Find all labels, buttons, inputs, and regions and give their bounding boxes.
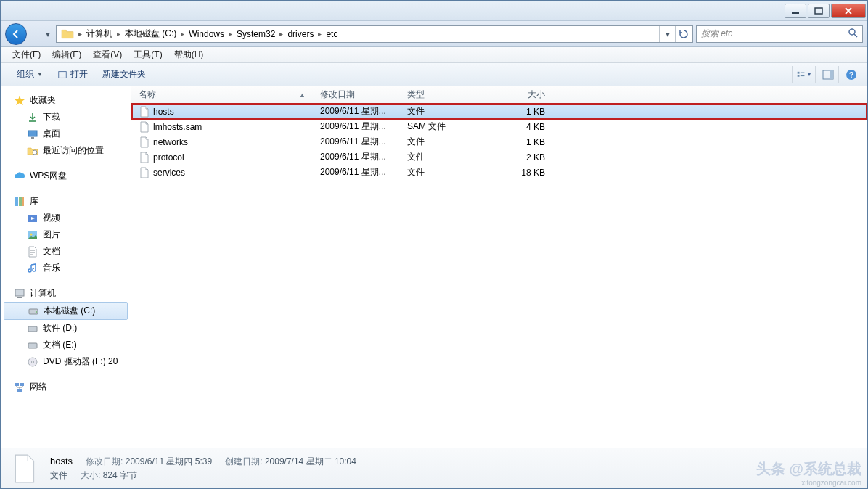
address-bar[interactable]: ▸ 计算机 ▸ 本地磁盘 (C:) ▸ Windows ▸ System32 ▸… xyxy=(56,25,693,43)
address-row: ▾ ▸ 计算机 ▸ 本地磁盘 (C:) ▸ Windows ▸ System32… xyxy=(1,21,867,47)
file-type: 文件 xyxy=(407,166,494,178)
svg-rect-13 xyxy=(31,137,34,139)
menu-view[interactable]: 查看(V) xyxy=(87,49,128,61)
breadcrumb-separator[interactable]: ▸ xyxy=(115,30,122,38)
breadcrumb-item[interactable]: drivers xyxy=(284,29,316,39)
breadcrumb-item[interactable]: 本地磁盘 (C:) xyxy=(122,28,179,40)
menu-file[interactable]: 文件(F) xyxy=(7,49,46,61)
file-icon xyxy=(139,167,150,178)
sidebar-item-downloads[interactable]: 下载 xyxy=(1,109,131,126)
svg-rect-26 xyxy=(28,343,37,348)
breadcrumb-item[interactable]: Windows xyxy=(186,29,227,39)
sidebar-item-pictures[interactable]: 图片 xyxy=(1,226,131,243)
file-icon xyxy=(139,152,150,163)
details-created: 2009/7/14 星期二 10:04 xyxy=(265,456,356,467)
star-icon xyxy=(14,95,25,107)
sidebar-item-recent[interactable]: 最近访问的位置 xyxy=(1,142,131,159)
file-row[interactable]: protocol2009/6/11 星期...文件2 KB xyxy=(131,149,867,165)
breadcrumb-separator[interactable]: ▸ xyxy=(179,30,186,38)
svg-rect-9 xyxy=(830,70,833,79)
open-button[interactable]: 打开 xyxy=(50,63,95,86)
file-name: lmhosts.sam xyxy=(153,122,202,132)
sidebar-item-videos[interactable]: 视频 xyxy=(1,210,131,226)
help-button[interactable]: ? xyxy=(838,66,859,83)
sidebar-computer[interactable]: 计算机 xyxy=(1,285,131,302)
file-row[interactable]: services2009/6/11 星期...文件18 KB xyxy=(131,165,867,180)
sidebar-item-dvd[interactable]: DVD 驱动器 (F:) 20 xyxy=(1,353,131,370)
column-size[interactable]: 大小 xyxy=(494,89,552,101)
file-date: 2009/6/11 星期... xyxy=(320,120,407,133)
view-mode-button[interactable]: ▼ xyxy=(792,66,812,83)
close-button[interactable] xyxy=(831,4,866,18)
sidebar-item-documents[interactable]: 文档 xyxy=(1,243,131,260)
sort-indicator-icon: ▲ xyxy=(299,91,320,99)
sidebar-libraries[interactable]: 库 xyxy=(1,193,131,210)
file-row[interactable]: hosts2009/6/11 星期...文件1 KB xyxy=(131,104,867,119)
details-pane: hosts 修改日期: 2009/6/11 星期四 5:39 创建日期: 200… xyxy=(1,448,867,488)
details-modified: 2009/6/11 星期四 5:39 xyxy=(126,456,212,467)
sidebar-item-music[interactable]: 音乐 xyxy=(1,260,131,276)
sidebar-item-drive-c[interactable]: 本地磁盘 (C:) xyxy=(4,302,128,320)
cloud-icon xyxy=(14,170,25,182)
back-button[interactable] xyxy=(5,23,27,45)
file-row[interactable]: networks2009/6/11 星期...文件1 KB xyxy=(131,134,867,149)
column-name[interactable]: 名称▲ xyxy=(131,89,320,101)
breadcrumb-separator[interactable]: ▸ xyxy=(316,30,323,38)
menu-edit[interactable]: 编辑(E) xyxy=(46,49,87,61)
sidebar-item-desktop[interactable]: 桌面 xyxy=(1,126,131,142)
nav-history-dropdown[interactable]: ▾ xyxy=(43,25,53,43)
sidebar-network[interactable]: 网络 xyxy=(1,379,131,395)
refresh-button[interactable] xyxy=(675,26,691,42)
watermark: 头条 @系统总裁 xitongzongcai.com xyxy=(756,459,861,487)
sidebar-item-drive-d[interactable]: 软件 (D:) xyxy=(1,320,131,337)
svg-rect-6 xyxy=(801,72,805,73)
svg-rect-21 xyxy=(15,289,24,296)
folder-icon xyxy=(61,28,74,41)
file-date: 2009/6/11 星期... xyxy=(320,136,407,148)
file-type: 文件 xyxy=(407,136,494,148)
breadcrumb-separator[interactable]: ▸ xyxy=(227,30,234,38)
video-icon xyxy=(27,213,38,224)
new-folder-button[interactable]: 新建文件夹 xyxy=(95,63,153,86)
breadcrumb-item[interactable]: System32 xyxy=(234,29,278,39)
file-type: SAM 文件 xyxy=(407,120,494,133)
maximize-button[interactable] xyxy=(808,4,830,18)
preview-pane-button[interactable] xyxy=(815,66,835,83)
sidebar-item-drive-e[interactable]: 文档 (E:) xyxy=(1,337,131,353)
sidebar-wps[interactable]: WPS网盘 xyxy=(1,168,131,184)
drive-icon xyxy=(27,323,38,334)
column-type[interactable]: 类型 xyxy=(407,89,494,101)
column-date[interactable]: 修改日期 xyxy=(320,89,407,101)
open-icon xyxy=(57,70,67,80)
file-row[interactable]: lmhosts.sam2009/6/11 星期...SAM 文件4 KB xyxy=(131,119,867,134)
menu-help[interactable]: 帮助(H) xyxy=(168,49,210,61)
file-list-pane: 名称▲ 修改日期 类型 大小 hosts2009/6/11 星期...文件1 K… xyxy=(131,86,867,448)
svg-rect-17 xyxy=(22,197,24,206)
sidebar-favorites[interactable]: 收藏夹 xyxy=(1,92,131,109)
svg-rect-3 xyxy=(59,71,67,78)
file-large-icon xyxy=(9,453,40,484)
music-icon xyxy=(27,263,38,274)
breadcrumb-item[interactable]: 计算机 xyxy=(83,28,115,40)
breadcrumb-item[interactable]: etc xyxy=(323,29,340,39)
main-area: 收藏夹 下载 桌面 最近访问的位置 WPS网盘 库 视频 图片 文档 音乐 计算… xyxy=(1,86,867,448)
menu-tools[interactable]: 工具(T) xyxy=(128,49,168,61)
svg-rect-7 xyxy=(801,75,805,75)
address-dropdown-button[interactable]: ▾ xyxy=(659,26,675,42)
details-type: 文件 xyxy=(50,469,67,482)
toolbar: 组织▼ 打开 新建文件夹 ▼ ? xyxy=(1,63,867,86)
file-name: hosts xyxy=(153,107,174,117)
file-icon xyxy=(139,121,150,133)
breadcrumb-separator[interactable]: ▸ xyxy=(77,30,83,38)
search-input[interactable]: 搜索 etc xyxy=(696,25,863,43)
breadcrumb-separator[interactable]: ▸ xyxy=(278,30,284,38)
minimize-button[interactable] xyxy=(785,4,806,18)
svg-rect-4 xyxy=(798,71,800,73)
file-list: hosts2009/6/11 星期...文件1 KBlmhosts.sam200… xyxy=(131,104,867,448)
drive-icon xyxy=(27,340,38,351)
file-name: protocol xyxy=(153,152,184,163)
svg-rect-22 xyxy=(17,297,22,298)
column-headers: 名称▲ 修改日期 类型 大小 xyxy=(131,86,867,104)
svg-rect-25 xyxy=(28,326,37,332)
organize-button[interactable]: 组织▼ xyxy=(9,63,50,86)
